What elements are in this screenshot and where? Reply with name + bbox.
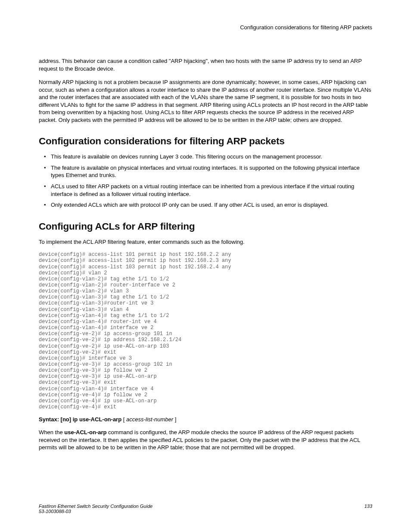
footer-docnum: 53-1003088-03 (39, 509, 71, 514)
list-item: Only extended ACLs which are with protoc… (39, 201, 372, 209)
heading-considerations: Configuration considerations for filteri… (39, 136, 372, 147)
syntax-arg: access-list-number (126, 416, 173, 423)
syntax-line: Syntax: [no] ip use-ACL-on-arp [ access-… (39, 416, 372, 423)
intro-paragraph-1: address. This behavior can cause a condi… (39, 57, 372, 72)
cli-code-block: device(config)# access-list 101 permit i… (39, 252, 372, 410)
list-item: ACLs used to filter ARP packets on a vir… (39, 183, 372, 198)
syntax-label: Syntax: [no] ip use-ACL-on-arp (39, 416, 121, 423)
list-item: This feature is available on devices run… (39, 153, 372, 161)
running-header: Configuration considerations for filteri… (39, 0, 372, 57)
considerations-list: This feature is available on devices run… (39, 153, 372, 208)
syntax-open-bracket: [ (121, 416, 126, 423)
list-item: The feature is available on physical int… (39, 164, 372, 179)
page: Configuration considerations for filteri… (0, 0, 411, 532)
footer-page-number: 133 (364, 504, 372, 509)
heading-configuring: Configuring ACLs for ARP filtering (39, 221, 372, 232)
followup-pre: When the (39, 429, 64, 436)
followup-paragraph: When the use-ACL-on-arp command is confi… (39, 429, 372, 451)
footer-guide: FastIron Ethernet Switch Security Config… (39, 504, 153, 509)
configuring-lead: To implement the ACL ARP filtering featu… (39, 238, 372, 246)
intro-paragraph-2: Normally ARP hijacking is not a problem … (39, 78, 372, 124)
footer-left: FastIron Ethernet Switch Security Config… (39, 504, 153, 514)
followup-cmd: use-ACL-on-arp (64, 429, 106, 436)
syntax-close-bracket: ] (173, 416, 176, 423)
page-footer: FastIron Ethernet Switch Security Config… (39, 504, 372, 514)
